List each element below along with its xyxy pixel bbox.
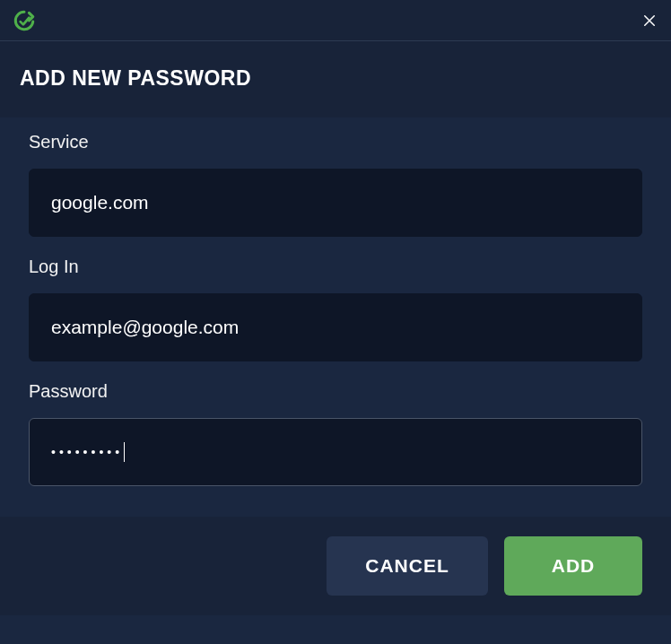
dialog-header: ADD NEW PASSWORD: [0, 41, 671, 117]
titlebar: [0, 0, 671, 41]
close-button[interactable]: [640, 12, 658, 30]
text-cursor: [124, 442, 125, 462]
app-logo: [13, 9, 36, 32]
login-input[interactable]: [29, 293, 642, 361]
close-icon: [641, 13, 658, 29]
add-button[interactable]: ADD: [504, 536, 642, 596]
service-input[interactable]: [29, 169, 642, 237]
form-area: Service Log In Password •••••••••: [0, 117, 671, 517]
login-label: Log In: [29, 257, 642, 277]
password-label: Password: [29, 381, 642, 402]
dialog-footer: CANCEL ADD: [0, 517, 671, 615]
password-masked-value: •••••••••: [51, 419, 123, 485]
dialog-title: ADD NEW PASSWORD: [20, 66, 651, 91]
logo-icon: [13, 9, 36, 32]
service-label: Service: [29, 132, 642, 152]
cancel-button[interactable]: CANCEL: [327, 536, 488, 596]
password-input[interactable]: •••••••••: [29, 418, 642, 486]
